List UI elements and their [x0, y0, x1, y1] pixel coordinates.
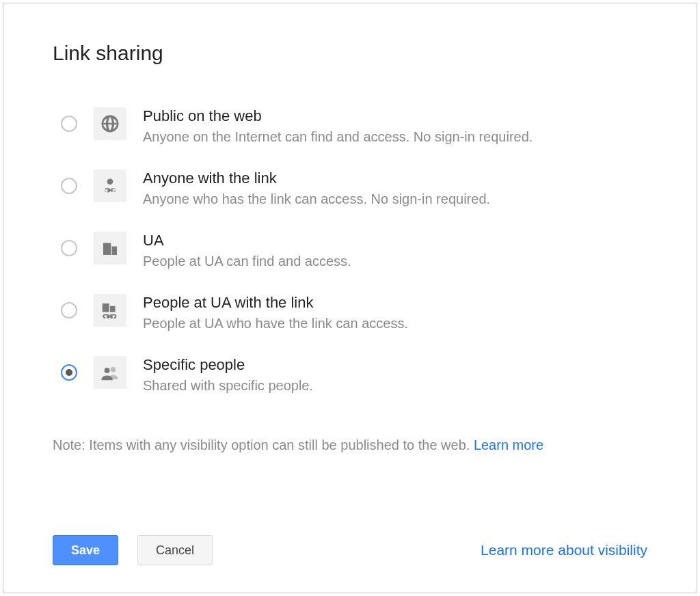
option-specific-people[interactable]: Specific people Shared with specific peo… — [61, 355, 647, 394]
note-learn-more-link[interactable]: Learn more — [474, 437, 543, 452]
people-icon — [94, 356, 126, 389]
save-button[interactable]: Save — [53, 535, 118, 565]
svg-point-0 — [107, 178, 113, 185]
publish-note: Note: Items with any visibility option c… — [53, 437, 647, 453]
option-title: Specific people — [143, 356, 313, 374]
note-text: Note: Items with any visibility option c… — [53, 437, 474, 452]
option-public-on-the-web[interactable]: Public on the web Anyone on the Internet… — [61, 106, 647, 145]
option-title: People at UA with the link — [143, 294, 408, 312]
option-anyone-with-link[interactable]: Anyone with the link Anyone who has the … — [61, 168, 647, 207]
building-icon — [94, 232, 126, 265]
globe-icon — [94, 107, 126, 140]
cancel-button[interactable]: Cancel — [137, 535, 213, 565]
option-desc: People at UA can find and access. — [143, 254, 351, 269]
dialog-footer: Save Cancel Learn more about visibility — [53, 508, 647, 565]
dialog-title: Link sharing — [53, 42, 647, 65]
radio-org-link[interactable] — [61, 302, 77, 319]
building-link-icon — [94, 294, 126, 327]
option-desc: Anyone on the Internet can find and acce… — [143, 129, 533, 145]
svg-point-2 — [105, 368, 110, 373]
option-desc: People at UA who have the link can acces… — [143, 316, 408, 331]
radio-public[interactable] — [61, 116, 77, 132]
person-link-icon — [94, 170, 126, 202]
visibility-options: Public on the web Anyone on the Internet… — [61, 106, 647, 394]
option-title: Anyone with the link — [143, 170, 490, 187]
option-org[interactable]: UA People at UA can find and access. — [61, 230, 647, 269]
learn-more-visibility-link[interactable]: Learn more about visibility — [481, 542, 647, 558]
radio-specific-people[interactable] — [61, 364, 77, 381]
radio-anyone-link[interactable] — [61, 178, 77, 194]
radio-org[interactable] — [61, 240, 77, 256]
option-title: UA — [143, 232, 351, 249]
svg-point-1 — [111, 367, 116, 372]
option-desc: Anyone who has the link can access. No s… — [143, 191, 490, 207]
option-desc: Shared with specific people. — [143, 378, 313, 394]
link-sharing-dialog: Link sharing Public on the web Anyone on… — [3, 3, 697, 593]
option-title: Public on the web — [143, 107, 533, 125]
option-org-with-link[interactable]: People at UA with the link People at UA … — [61, 293, 647, 331]
